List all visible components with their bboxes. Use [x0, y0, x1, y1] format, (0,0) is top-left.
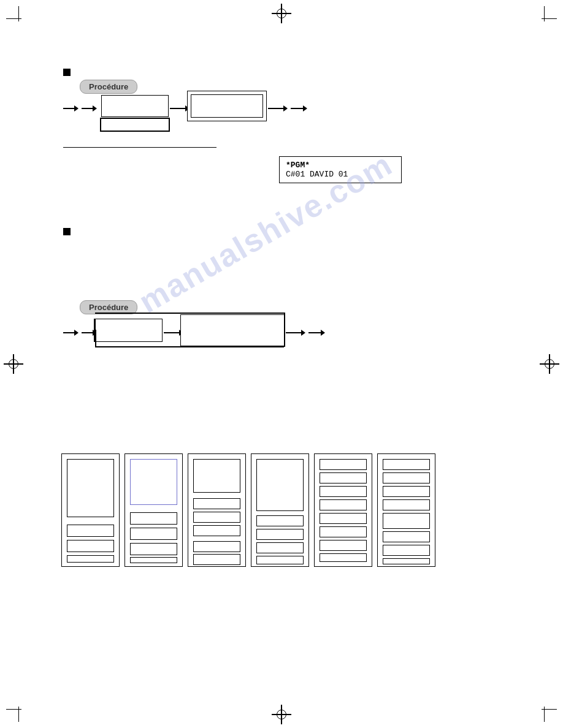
- flow1-box2: [187, 91, 267, 121]
- pgm-line1: *PGM*: [286, 161, 395, 170]
- panel-2: [124, 453, 183, 567]
- trim-mark-br-v: [544, 707, 545, 722]
- flow1-arrow5: [291, 105, 307, 112]
- flow2-feedback-left-vert: [95, 330, 96, 347]
- flow1-arrow4: [268, 105, 288, 112]
- trim-mark-bl-v: [18, 707, 19, 722]
- flow1-feedback-line: [101, 118, 169, 119]
- flow2-arrow4: [286, 330, 305, 336]
- flow2-feedback-right-vert: [284, 313, 285, 331]
- flow2-box2: [180, 314, 285, 346]
- panel-1: [61, 453, 120, 567]
- trim-mark-tl-v: [18, 6, 19, 21]
- trim-mark-tr-v: [544, 6, 545, 21]
- flow1-feedback-horiz-bot: [100, 131, 170, 132]
- section1-bullet: [63, 66, 71, 77]
- top-crosshair: [277, 9, 286, 18]
- flow1-arrow2: [82, 105, 97, 112]
- section2-bullet: [63, 226, 71, 237]
- flow2-arrow5: [308, 330, 325, 336]
- flow1-feedback-vert-right: [169, 118, 170, 131]
- panel-4: [251, 453, 309, 567]
- flow2-feedback-right-vert2: [284, 330, 285, 347]
- panels-area: [61, 453, 435, 567]
- panel-3: [188, 453, 246, 567]
- flow1-arrow1: [63, 105, 79, 112]
- section1-divider-line: [63, 147, 216, 148]
- trim-mark-bl-h: [6, 709, 21, 710]
- bottom-crosshair: [277, 710, 286, 719]
- procedure-badge-1: Procédure: [80, 80, 137, 94]
- flow2-box1: [95, 319, 163, 342]
- flow1-feedback-vert-left: [100, 118, 101, 131]
- pgm-line2: C#01 DAVID 01: [286, 170, 395, 179]
- trim-mark-tl-h: [6, 18, 21, 19]
- left-crosshair: [9, 359, 18, 369]
- right-crosshair: [545, 359, 554, 369]
- panel-5: [314, 453, 372, 567]
- flow2-feedback-top: [95, 313, 284, 314]
- panel-6: [377, 453, 435, 567]
- flow2-arrow1: [63, 330, 79, 336]
- flow2-feedback-bottom: [95, 346, 284, 347]
- pgm-display-box: *PGM* C#01 DAVID 01: [279, 156, 402, 183]
- flow1-box1: [101, 95, 169, 117]
